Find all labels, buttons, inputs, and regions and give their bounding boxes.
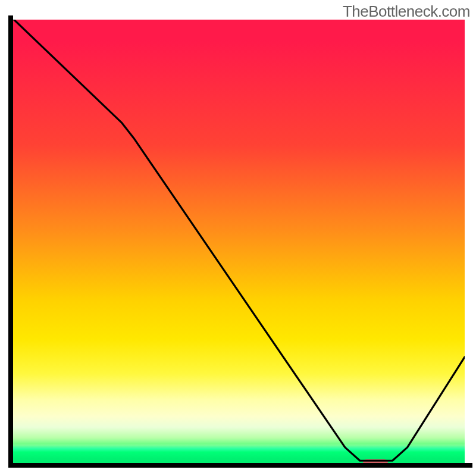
bottleneck-chart: TheBottleneck.com — [0, 0, 476, 476]
watermark-text: TheBottleneck.com — [343, 2, 470, 21]
y-axis — [8, 15, 13, 468]
curve-path — [14, 20, 465, 461]
bottleneck-curve — [13, 20, 465, 463]
plot-gradient-area — [13, 20, 465, 463]
x-axis — [8, 463, 472, 468]
